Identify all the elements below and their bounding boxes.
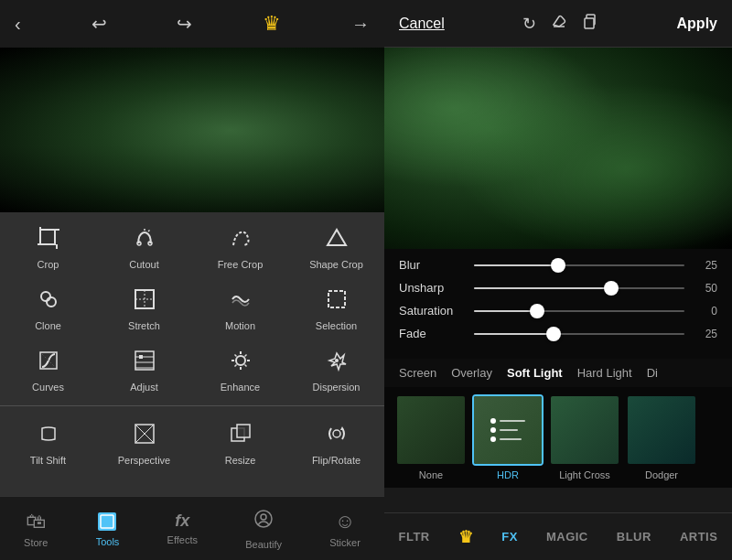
saturation-slider-row: Saturation 0 — [399, 304, 717, 318]
svg-rect-18 — [135, 351, 154, 370]
thumb-lightcross-image — [549, 394, 620, 466]
crown-button[interactable]: ♛ — [263, 12, 281, 36]
svg-point-39 — [333, 430, 340, 437]
blend-modes-row: Screen Overlay Soft Light Hard Light Di — [384, 359, 732, 387]
undo-button[interactable]: ↩ — [92, 13, 107, 35]
tool-cutout[interactable]: Cutout — [96, 216, 192, 277]
tab-blur[interactable]: BLUR — [609, 524, 659, 549]
forward-button[interactable]: → — [351, 14, 370, 35]
thumb-none-bg — [397, 396, 465, 464]
redo-button[interactable]: ↪ — [177, 13, 192, 35]
right-panel: Cancel ↻ Apply Blur — [384, 0, 732, 560]
tool-perspective[interactable]: Perspective — [96, 412, 192, 473]
shape-crop-label: Shape Crop — [309, 259, 363, 270]
blend-overlay[interactable]: Overlay — [451, 366, 492, 380]
svg-line-31 — [234, 365, 236, 367]
tool-resize[interactable]: Resize — [192, 412, 288, 473]
apply-button[interactable]: Apply — [677, 16, 717, 32]
unsharp-thumb[interactable] — [604, 281, 619, 296]
saturation-fill — [474, 310, 537, 312]
svg-marker-40 — [340, 426, 344, 430]
adjust-label: Adjust — [130, 382, 158, 393]
tool-flip-rotate[interactable]: Flip/Rotate — [288, 412, 384, 473]
blend-screen[interactable]: Screen — [399, 366, 436, 380]
blur-thumb[interactable] — [551, 258, 565, 273]
eraser-icon[interactable] — [549, 12, 567, 35]
tool-crop[interactable]: Crop — [0, 216, 96, 277]
hdr-bar-2 — [500, 429, 518, 431]
tool-selection[interactable]: Selection — [288, 277, 384, 339]
tools-icon — [96, 511, 118, 533]
selection-label: Selection — [316, 320, 357, 331]
nav-effects[interactable]: fx Effects — [156, 506, 209, 551]
blend-soft-light[interactable]: Soft Light — [507, 366, 563, 380]
nav-sticker[interactable]: ☺ Sticker — [318, 504, 371, 554]
fade-label: Fade — [399, 327, 465, 340]
crop-label: Crop — [38, 259, 59, 270]
tool-free-crop[interactable]: Free Crop — [192, 216, 288, 277]
blur-fill — [474, 264, 558, 266]
tool-stretch[interactable]: Stretch — [96, 277, 192, 339]
thumb-none[interactable]: None — [395, 394, 467, 480]
fade-slider[interactable] — [474, 333, 684, 335]
thumb-hdr[interactable]: HDR — [472, 394, 544, 480]
fade-thumb[interactable] — [546, 327, 561, 341]
thumbnails-row: None — [384, 387, 732, 488]
thumb-dodger[interactable]: Dodger — [626, 394, 697, 480]
cancel-button[interactable]: Cancel — [399, 16, 445, 32]
flip-rotate-icon — [324, 421, 350, 450]
svg-rect-46 — [585, 18, 594, 28]
nav-store[interactable]: 🛍 Store — [13, 504, 59, 554]
thumb-hdr-bg — [474, 396, 542, 464]
svg-line-29 — [244, 365, 246, 367]
nav-store-label: Store — [24, 537, 48, 548]
tool-clone[interactable]: Clone — [0, 277, 96, 339]
blend-di[interactable]: Di — [647, 366, 658, 380]
refresh-icon[interactable]: ↻ — [522, 14, 536, 34]
saturation-thumb[interactable] — [530, 304, 544, 318]
tool-dispersion[interactable]: Dispersion — [288, 339, 384, 400]
hdr-lines — [490, 418, 525, 442]
tab-crown[interactable]: ♛ — [451, 522, 481, 553]
nav-tools[interactable]: Tools — [85, 505, 131, 553]
tool-curves[interactable]: Curves — [0, 339, 96, 400]
unsharp-slider[interactable] — [474, 287, 684, 289]
thumb-hdr-image — [472, 394, 544, 466]
crop-icon — [36, 225, 61, 254]
enhance-label: Enhance — [221, 382, 260, 393]
blur-slider-row: Blur 25 — [399, 258, 717, 272]
blur-slider[interactable] — [474, 264, 684, 266]
tab-fx[interactable]: FX — [494, 524, 525, 549]
svg-point-33 — [335, 359, 339, 362]
svg-point-10 — [41, 292, 50, 301]
tilt-shift-label: Tilt Shift — [30, 455, 66, 466]
tool-adjust[interactable]: Adjust — [96, 339, 192, 400]
tab-artist[interactable]: ARTIS — [673, 524, 726, 549]
tool-motion[interactable]: Motion — [192, 277, 288, 339]
unsharp-slider-row: Unsharp 50 — [399, 281, 717, 295]
thumb-light-cross[interactable]: Light Cross — [549, 394, 620, 480]
saturation-slider[interactable] — [474, 310, 684, 312]
nav-beautify[interactable]: Beautify — [234, 502, 293, 555]
fade-value: 25 — [694, 328, 717, 340]
hdr-line-3 — [490, 436, 525, 442]
dispersion-label: Dispersion — [313, 382, 361, 393]
store-icon: 🛍 — [26, 510, 46, 533]
right-header-icons: ↻ — [522, 12, 598, 35]
tools-divider — [0, 405, 384, 406]
svg-line-17 — [42, 354, 55, 367]
blur-value: 25 — [694, 259, 717, 272]
tool-tilt-shift[interactable]: Tilt Shift — [0, 412, 96, 473]
tool-shape-crop[interactable]: Shape Crop — [288, 216, 384, 277]
back-button[interactable]: ‹ — [15, 14, 21, 35]
thumb-lightcross-bg — [551, 396, 619, 464]
tab-fltr[interactable]: FLTR — [392, 524, 437, 549]
motion-icon — [228, 286, 253, 316]
clone-label: Clone — [35, 320, 61, 331]
thumb-none-image — [395, 394, 467, 466]
tool-enhance[interactable]: Enhance — [192, 339, 288, 400]
copy-icon[interactable] — [580, 12, 598, 35]
tab-magic[interactable]: MAGIC — [539, 524, 596, 549]
blend-hard-light[interactable]: Hard Light — [577, 366, 632, 380]
motion-label: Motion — [225, 320, 255, 331]
